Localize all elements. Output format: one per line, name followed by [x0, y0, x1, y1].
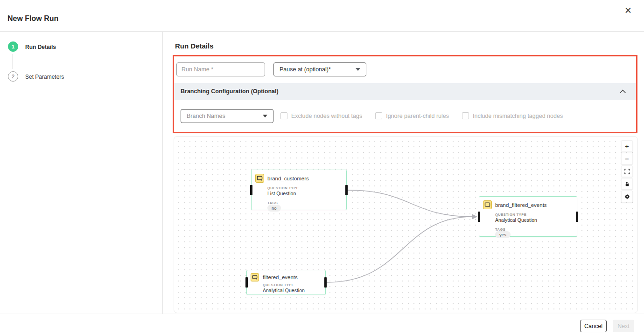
- chevron-up-icon[interactable]: [620, 89, 626, 93]
- question-type-value: Analytical Question: [495, 217, 537, 223]
- chevron-down-icon: [356, 68, 360, 71]
- checkbox-icon[interactable]: [462, 112, 469, 119]
- close-icon[interactable]: ✕: [623, 6, 633, 15]
- node-title: brand_customers: [267, 176, 309, 181]
- checkbox-include-mismatching-tagged-nodes[interactable]: Include mismatching tagged nodes: [462, 112, 563, 119]
- question-type-value: Analytical Question: [263, 288, 305, 293]
- cancel-button[interactable]: Cancel: [580, 320, 607, 332]
- branch-names-dropdown[interactable]: Branch Names: [181, 109, 273, 123]
- pause-at-label: Pause at (optional)*: [280, 66, 331, 73]
- node-output-handle[interactable]: [345, 185, 348, 195]
- checkbox-icon[interactable]: [280, 112, 287, 119]
- node-input-handle[interactable]: [250, 185, 252, 195]
- question-bubble-icon: [255, 174, 264, 183]
- node-brand-customers[interactable]: brand_customers QUESTION TYPE List Quest…: [251, 170, 347, 210]
- step-1-badge: 1: [8, 41, 18, 52]
- step-2-badge: 2: [8, 71, 18, 82]
- checkbox-icon[interactable]: [375, 112, 382, 119]
- flow-canvas[interactable]: brand_customers QUESTION TYPE List Quest…: [174, 136, 638, 313]
- edge-brand_customers-to-brand_filtered_events: [348, 190, 473, 217]
- zoom-out-button[interactable]: −: [621, 153, 633, 165]
- zoom-in-button[interactable]: +: [621, 140, 633, 152]
- fit-view-button[interactable]: [621, 165, 633, 177]
- checkbox-exclude-nodes-without-tags[interactable]: Exclude nodes without tags: [280, 112, 362, 119]
- footer-divider: [0, 314, 644, 314]
- canvas-controls: + −: [621, 140, 633, 202]
- node-input-handle[interactable]: [478, 212, 480, 222]
- node-brand-filtered-events[interactable]: brand_filtered_events QUESTION TYPE Anal…: [479, 196, 577, 237]
- step-1-label[interactable]: Run Details: [25, 44, 56, 50]
- edge-arrowhead-icon: [472, 214, 477, 219]
- branching-checkbox-row: Exclude nodes without tags Ignore parent…: [280, 112, 563, 119]
- stepper-sidebar: 1 Run Details 2 Set Parameters: [0, 32, 163, 314]
- node-input-handle[interactable]: [245, 277, 248, 288]
- question-type-label: QUESTION TYPE: [495, 213, 526, 217]
- question-type-label: QUESTION TYPE: [267, 186, 299, 190]
- chevron-down-icon: [263, 115, 267, 117]
- step-connector: [13, 54, 13, 69]
- node-filtered-events[interactable]: filtered_events QUESTION TYPE Analytical…: [246, 270, 326, 295]
- tag-badge: no: [267, 205, 281, 212]
- edge-filtered_events-to-brand_filtered_events: [327, 217, 473, 282]
- run-name-input[interactable]: [176, 62, 265, 76]
- checkbox-label: Ignore parent-child rules: [386, 113, 449, 119]
- minus-icon: −: [625, 155, 629, 163]
- section-title: Run Details: [175, 42, 214, 50]
- question-type-label: QUESTION TYPE: [263, 283, 294, 287]
- next-button: Next: [613, 320, 634, 332]
- pause-at-dropdown[interactable]: Pause at (optional)*: [273, 62, 366, 76]
- step-2-label[interactable]: Set Parameters: [25, 74, 64, 80]
- question-bubble-icon: [483, 200, 492, 209]
- question-type-value: List Question: [267, 191, 296, 196]
- checkbox-label: Include mismatching tagged nodes: [473, 113, 563, 119]
- plus-icon: +: [625, 142, 629, 150]
- settings-icon: [624, 194, 630, 199]
- page-title: New Flow Run: [7, 14, 58, 23]
- node-output-handle[interactable]: [576, 212, 578, 222]
- tag-badge: yes: [495, 231, 511, 238]
- checkbox-label: Exclude nodes without tags: [291, 113, 362, 119]
- node-title: brand_filtered_events: [495, 202, 547, 208]
- lock-button[interactable]: [621, 178, 633, 190]
- checkbox-ignore-parent-child-rules[interactable]: Ignore parent-child rules: [375, 112, 449, 119]
- fit-view-icon: [624, 169, 630, 174]
- settings-icon-button[interactable]: [621, 191, 633, 202]
- node-output-handle[interactable]: [324, 277, 327, 288]
- branching-config-title: Branching Configuration (Optional): [181, 88, 279, 95]
- lock-icon: [624, 181, 630, 187]
- branch-names-label: Branch Names: [187, 113, 225, 119]
- branching-config-header[interactable]: Branching Configuration (Optional): [174, 83, 636, 100]
- node-title: filtered_events: [263, 274, 298, 280]
- question-bubble-icon: [251, 273, 259, 281]
